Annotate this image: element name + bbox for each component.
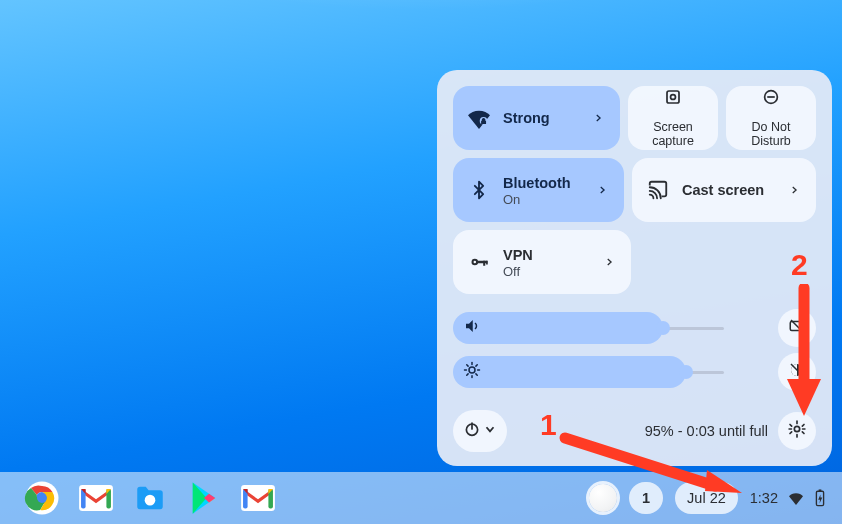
svg-point-25 bbox=[794, 426, 799, 431]
vpn-tile[interactable]: VPN Off bbox=[453, 230, 631, 294]
vpn-key-icon bbox=[465, 252, 493, 272]
svg-line-19 bbox=[467, 374, 468, 375]
annotation-arrow-two bbox=[782, 284, 826, 424]
chevron-right-icon[interactable] bbox=[588, 108, 608, 128]
volume-icon bbox=[463, 317, 481, 339]
vpn-title: VPN bbox=[503, 246, 589, 264]
status-tray[interactable]: 1:32 bbox=[750, 489, 826, 507]
svg-line-18 bbox=[476, 374, 477, 375]
cast-screen-tile[interactable]: Cast screen bbox=[632, 158, 816, 222]
do-not-disturb-label: Do Not Disturb bbox=[751, 120, 791, 148]
wifi-icon bbox=[465, 107, 493, 129]
wifi-status-text: Strong bbox=[503, 109, 578, 127]
power-icon bbox=[463, 420, 481, 442]
bluetooth-status: On bbox=[503, 192, 582, 207]
do-not-disturb-icon bbox=[762, 88, 780, 110]
svg-marker-46 bbox=[705, 470, 742, 493]
volume-slider[interactable] bbox=[453, 312, 776, 344]
bluetooth-title: Bluetooth bbox=[503, 174, 582, 192]
svg-point-9 bbox=[474, 261, 477, 264]
svg-rect-1 bbox=[667, 91, 679, 103]
annotation-arrow-one bbox=[557, 413, 747, 493]
svg-point-35 bbox=[145, 495, 156, 506]
bluetooth-icon bbox=[465, 180, 493, 200]
gmail-app-icon[interactable] bbox=[78, 480, 114, 516]
cast-icon bbox=[644, 179, 672, 201]
screen-capture-label: Screen capture bbox=[652, 120, 694, 148]
wifi-icon bbox=[787, 491, 805, 505]
svg-marker-48 bbox=[787, 379, 821, 416]
svg-rect-43 bbox=[819, 489, 822, 491]
files-app-icon[interactable] bbox=[132, 480, 168, 516]
gmail-app-icon-pinned[interactable] bbox=[240, 480, 276, 516]
screen-capture-tile[interactable]: Screen capture bbox=[628, 86, 718, 150]
power-menu-button[interactable] bbox=[453, 410, 507, 452]
chevron-down-icon bbox=[483, 422, 497, 440]
screen-capture-icon bbox=[664, 88, 682, 110]
chevron-right-icon[interactable] bbox=[592, 180, 612, 200]
svg-rect-8 bbox=[486, 261, 488, 265]
annotation-step-one: 1 bbox=[540, 408, 557, 442]
bluetooth-tile[interactable]: Bluetooth On bbox=[453, 158, 624, 222]
svg-line-17 bbox=[467, 365, 468, 366]
shelf-clock-text: 1:32 bbox=[750, 490, 778, 506]
brightness-slider[interactable] bbox=[453, 356, 776, 388]
svg-point-12 bbox=[469, 367, 475, 373]
battery-icon bbox=[814, 489, 826, 507]
vpn-status: Off bbox=[503, 264, 589, 279]
cast-screen-label: Cast screen bbox=[682, 181, 774, 199]
chevron-right-icon[interactable] bbox=[784, 180, 804, 200]
svg-marker-44 bbox=[818, 494, 822, 503]
play-store-app-icon[interactable] bbox=[186, 480, 222, 516]
brightness-icon bbox=[463, 361, 481, 383]
wifi-tile[interactable]: Strong bbox=[453, 86, 620, 150]
do-not-disturb-tile[interactable]: Do Not Disturb bbox=[726, 86, 816, 150]
svg-rect-7 bbox=[483, 261, 485, 266]
chrome-app-icon[interactable] bbox=[24, 480, 60, 516]
svg-point-2 bbox=[671, 95, 676, 100]
svg-line-45 bbox=[565, 438, 715, 486]
chevron-right-icon[interactable] bbox=[599, 252, 619, 272]
svg-rect-6 bbox=[477, 261, 488, 264]
annotation-step-two: 2 bbox=[791, 248, 808, 282]
quick-settings-panel: Strong Screen capture Do Not Disturb bbox=[437, 70, 832, 466]
svg-line-20 bbox=[476, 365, 477, 366]
